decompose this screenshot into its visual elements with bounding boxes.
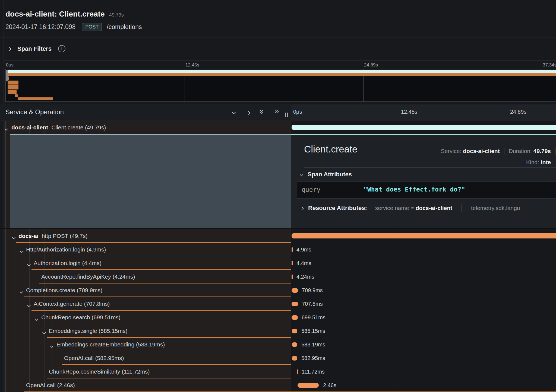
meta-divider [462,205,462,212]
chevron-right-icon[interactable] [247,110,250,115]
span-row[interactable]: Completions.create (709.9ms) [4,283,291,297]
span-operation: OpenAI.call (582.95ms) [64,351,124,365]
chevron-down-icon[interactable] [20,248,23,253]
span-operation: http POST (49.7s) [42,233,88,239]
span-bar[interactable] [292,302,298,306]
span-bar[interactable] [297,369,298,374]
grid-header-divider [0,120,556,120]
trace-timestamp: 2024-01-17 16:12:07.098 [5,23,75,31]
request-path: /completions [107,23,142,31]
span-operation: Authorization.login (4.4ms) [34,256,102,270]
span-operation: AiContext.generate (707.8ms) [34,297,110,311]
span-row[interactable]: AccountRepo.findByApiKey (4.24ms) [4,270,291,283]
span-row[interactable]: Authorization.login (4.4ms) [4,256,291,270]
chevron-down-icon[interactable] [232,110,235,115]
span-operation: ChunkRepo.search (699.51ms) [41,311,121,324]
double-chevron-down-icon[interactable] [260,109,263,113]
chevron-down-icon[interactable] [28,262,30,267]
detail-title: Client.create [304,144,357,155]
chevron-down-icon[interactable] [5,126,7,131]
attribute-key: query [302,186,320,193]
kind-value: inte [541,159,551,165]
span-bar[interactable] [292,356,297,361]
span-operation: Embeddings.createEmbedding (583.19ms) [56,338,165,351]
span-row[interactable]: ChunkRepo.cosineSimilarity (111.72ms) [4,365,291,378]
span-detail-panel: Client.create Service: docs-ai-client Du… [291,134,556,229]
chevron-right-icon[interactable] [300,206,304,210]
chevron-down-icon[interactable] [43,330,45,335]
minimap-span-http [8,73,556,76]
span-bar[interactable] [292,315,298,320]
minimap-span [8,90,17,94]
chevron-down-icon[interactable] [20,289,23,294]
timeline-tick-label: 24.89s [510,109,526,115]
span-duration-label: 4.4ms [296,256,311,270]
span-duration-label: 585.15ms [301,324,325,338]
trace-duration: 49.79s [109,12,124,18]
span-bar[interactable] [298,383,319,388]
chevron-down-icon[interactable] [300,173,303,176]
minimap-tick-label: 12.45s [185,62,199,68]
resource-attributes-label: Resource Attributes: [308,205,367,212]
span-row[interactable]: Embeddings.single (585.15ms) [4,324,291,338]
span-row[interactable]: ChunkRepo.search (699.51ms) [4,311,291,324]
span-detail-spacer [10,134,291,229]
span-operation: AccountRepo.findByApiKey (4.24ms) [41,270,135,283]
span-row[interactable]: docs-aihttp POST (49.7s) [4,229,291,243]
timeline-tick-label: 12.45s [401,109,417,115]
span-service-name: docs-ai-client [11,124,48,130]
meta-divider [555,148,555,155]
minimap-span [15,94,18,97]
detail-divider [304,167,556,168]
double-chevron-right-icon[interactable] [274,110,278,113]
span-row[interactable]: OpenAI.call (582.95ms) [4,351,291,365]
span-duration-label: 583.19ms [301,338,325,351]
info-icon[interactable]: i [58,45,65,52]
span-duration-label: 699.51ms [302,311,326,324]
meta-divider [504,148,504,155]
duration-value: 49.79s [533,148,551,154]
trace-minimap[interactable] [5,69,556,102]
minimap-tick-label: 24.89s [364,62,378,68]
minimap-span [8,77,9,80]
span-operation: Client.create (49.79s) [51,124,106,130]
span-bar[interactable] [292,233,556,238]
span-attributes-toggle[interactable]: Span Attributes [300,171,352,178]
minimap-span-root [8,70,556,73]
trace-header: docs-ai-client: Client.create49.79s [5,10,124,18]
resource-more: telemetry.sdk.langu [471,205,520,211]
span-bar[interactable] [292,261,293,265]
span-bar[interactable] [292,247,293,252]
span-operation: OpenAI.call (2.46s) [26,378,75,392]
span-filters-label: Span Filters [17,45,52,52]
span-row[interactable]: Http/Authorization.login (4.9ms) [4,243,291,256]
chevron-right-icon[interactable] [8,47,11,51]
duration-label: Duration: [509,148,532,154]
span-bar[interactable] [292,342,297,347]
span-bar-root[interactable] [292,125,556,130]
minimap-span [18,97,53,100]
span-operation: Embeddings.single (585.15ms) [49,324,128,338]
http-method-badge: POST [82,23,102,31]
page-title: docs-ai-client: Client.create [5,10,105,18]
span-operation: ChunkRepo.cosineSimilarity (111.72ms) [49,365,150,378]
span-bar[interactable] [292,329,297,333]
chevron-down-icon[interactable] [12,235,15,240]
span-row[interactable]: AiContext.generate (707.8ms) [4,297,291,311]
span-duration-label: 582.95ms [301,351,325,365]
chevron-down-icon[interactable] [28,303,30,308]
span-bar[interactable] [292,288,298,293]
span-row[interactable]: Embeddings.createEmbedding (583.19ms) [4,338,291,351]
timeline-header: 0μs 12.45s 24.89s [291,104,556,120]
viewport-drag-handle[interactable] [6,70,8,81]
resource-attributes-toggle[interactable]: Resource Attributes: service.name = docs… [301,205,520,212]
span-filters-toggle[interactable]: Span Filters i [8,45,65,52]
chevron-down-icon[interactable] [50,343,53,348]
service-label: Service: [441,148,462,154]
span-row[interactable]: OpenAI.call (2.46s) [4,378,291,392]
span-bar[interactable] [292,275,293,279]
chevron-down-icon[interactable] [35,316,38,321]
minimap-tick-label: 0μs [6,62,14,68]
column-resizer-grip[interactable] [285,113,288,117]
span-row-root[interactable]: docs-ai-clientClient.create (49.79s) [4,121,291,134]
